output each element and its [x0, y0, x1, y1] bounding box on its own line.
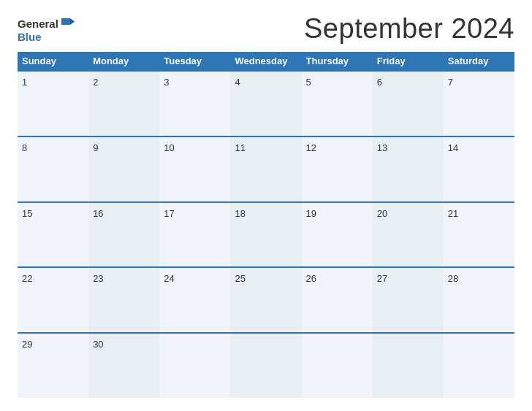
- day-21: 21: [444, 203, 514, 267]
- week-2: 8 9 10 11 12 13 14: [18, 136, 514, 201]
- day-empty-4: [373, 334, 444, 398]
- day-14: 14: [444, 137, 514, 201]
- page-header: General Blue September 2024: [18, 13, 514, 45]
- week-3: 15 16 17 18 19 20 21: [18, 201, 514, 267]
- day-23: 23: [88, 268, 159, 332]
- week-5: 29 30: [18, 332, 514, 398]
- calendar-page: General Blue September 2024 Sunday Monda…: [0, 0, 532, 411]
- day-13: 13: [373, 137, 444, 201]
- day-25: 25: [230, 268, 301, 332]
- day-empty-1: [159, 334, 230, 398]
- header-saturday: Saturday: [444, 52, 514, 70]
- svg-marker-0: [61, 18, 70, 25]
- day-22: 22: [18, 268, 88, 332]
- header-thursday: Thursday: [302, 52, 373, 70]
- day-17: 17: [159, 203, 230, 267]
- week-4: 22 23 24 25 26 27 28: [18, 266, 514, 332]
- calendar-header: Sunday Monday Tuesday Wednesday Thursday…: [18, 52, 514, 70]
- day-5: 5: [302, 72, 373, 136]
- day-10: 10: [159, 137, 230, 201]
- header-sunday: Sunday: [18, 52, 88, 70]
- day-1: 1: [18, 72, 88, 136]
- day-6: 6: [373, 72, 444, 136]
- day-12: 12: [302, 137, 373, 201]
- day-18: 18: [230, 203, 301, 267]
- week-1: 1 2 3 4 5 6 7: [18, 70, 514, 136]
- day-4: 4: [230, 72, 301, 136]
- day-24: 24: [159, 268, 230, 332]
- day-30: 30: [88, 334, 159, 398]
- header-monday: Monday: [88, 52, 159, 70]
- svg-marker-1: [70, 18, 75, 25]
- day-empty-3: [302, 334, 373, 398]
- logo-flag-icon: [60, 15, 76, 31]
- day-9: 9: [88, 137, 159, 201]
- day-15: 15: [18, 203, 88, 267]
- day-20: 20: [373, 203, 444, 267]
- logo-general-text: General: [18, 18, 58, 29]
- day-2: 2: [88, 72, 159, 136]
- day-27: 27: [373, 268, 444, 332]
- calendar-weeks: 1 2 3 4 5 6 7 8 9 10 11 12 13 14 15 16 1…: [18, 70, 514, 398]
- day-29: 29: [18, 334, 88, 398]
- day-11: 11: [230, 137, 301, 201]
- calendar-grid: Sunday Monday Tuesday Wednesday Thursday…: [18, 52, 514, 398]
- calendar-title: September 2024: [304, 13, 514, 45]
- day-3: 3: [159, 72, 230, 136]
- day-8: 8: [18, 137, 88, 201]
- logo-blue-text: Blue: [18, 31, 42, 42]
- day-26: 26: [302, 268, 373, 332]
- logo: General Blue: [18, 15, 76, 42]
- day-19: 19: [302, 203, 373, 267]
- day-16: 16: [88, 203, 159, 267]
- header-friday: Friday: [373, 52, 444, 70]
- day-empty-5: [444, 334, 514, 398]
- header-wednesday: Wednesday: [230, 52, 301, 70]
- day-7: 7: [444, 72, 514, 136]
- header-tuesday: Tuesday: [159, 52, 230, 70]
- day-empty-2: [230, 334, 301, 398]
- day-28: 28: [444, 268, 514, 332]
